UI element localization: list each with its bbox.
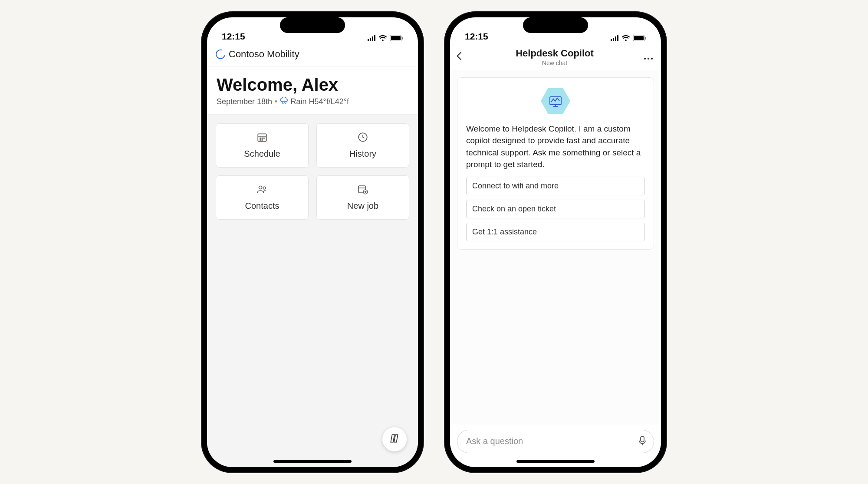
new-job-icon (357, 184, 369, 197)
svg-point-26 (651, 58, 653, 59)
chat-title-wrap: Helpdesk Copilot New chat (468, 48, 641, 66)
rain-icon (280, 97, 288, 106)
svg-point-9 (262, 138, 263, 138)
copilot-intro-card: Welcome to Helpdesk Copilot. I am a cust… (457, 77, 654, 250)
wifi-icon (621, 35, 630, 42)
svg-rect-2 (402, 37, 403, 40)
separator-dot: • (275, 97, 277, 106)
tile-contacts[interactable]: Contacts (216, 175, 309, 220)
notch (280, 17, 345, 33)
tile-schedule[interactable]: Schedule (216, 123, 309, 168)
back-button[interactable] (456, 51, 468, 63)
svg-point-8 (260, 138, 261, 138)
battery-icon (390, 35, 403, 41)
tile-label: Contacts (245, 201, 279, 211)
svg-rect-30 (641, 436, 644, 442)
svg-point-24 (644, 58, 646, 59)
tile-history[interactable]: History (316, 123, 409, 168)
copilot-logo (541, 86, 570, 116)
copilot-intro-text: Welcome to Helpdesk Copilot. I am a cust… (466, 123, 645, 171)
prompt-wifi[interactable]: Connect to wifi and more (466, 177, 645, 195)
welcome-subtitle: September 18th • Rain H54°f/L42°f (217, 97, 408, 106)
microphone-icon[interactable] (638, 435, 647, 448)
history-icon (357, 132, 368, 145)
svg-point-14 (259, 186, 262, 189)
status-time: 12:15 (222, 31, 245, 42)
hexagon-icon (541, 88, 570, 114)
svg-point-11 (260, 140, 261, 141)
svg-point-15 (263, 187, 266, 189)
status-icons (611, 35, 646, 42)
svg-line-4 (284, 102, 284, 104)
prompt-ticket[interactable]: Check on an open ticket (466, 200, 645, 218)
phone-frame-right: 12:15 Helpdesk Copilot New chat (445, 12, 666, 472)
wifi-icon (378, 35, 387, 42)
date-text: September 18th (217, 97, 272, 106)
svg-point-25 (648, 58, 649, 59)
chat-subtitle: New chat (468, 59, 641, 66)
tile-label: History (349, 149, 376, 159)
chat-text-field[interactable] (466, 436, 634, 446)
svg-rect-23 (645, 37, 646, 40)
screen-left: 12:15 Contoso Mobility Welcome, Alex Sep… (207, 17, 418, 467)
tile-new-job[interactable]: New job (316, 175, 409, 220)
prompt-label: Connect to wifi and more (472, 181, 559, 190)
chat-body: Welcome to Helpdesk Copilot. I am a cust… (450, 70, 661, 425)
contoso-logo-icon (214, 47, 227, 60)
screen-right: 12:15 Helpdesk Copilot New chat (450, 17, 661, 467)
cellular-icon (368, 35, 375, 41)
svg-line-5 (286, 102, 286, 104)
svg-line-3 (282, 102, 283, 104)
chat-title: Helpdesk Copilot (468, 48, 641, 59)
more-button[interactable] (641, 51, 653, 63)
welcome-block: Welcome, Alex September 18th • Rain H54°… (207, 66, 418, 115)
welcome-title: Welcome, Alex (217, 75, 408, 95)
tile-label: New job (347, 201, 378, 211)
status-icons (368, 35, 403, 42)
app-header: Contoso Mobility (207, 44, 418, 66)
copilot-fab[interactable] (382, 427, 407, 451)
phone-frame-left: 12:15 Contoso Mobility Welcome, Alex Sep… (202, 12, 423, 472)
copilot-icon (389, 433, 400, 446)
cellular-icon (611, 35, 618, 41)
prompt-assistance[interactable]: Get 1:1 assistance (466, 223, 645, 241)
calendar-icon (256, 132, 268, 145)
quick-actions-grid: Schedule History Contacts New job (207, 115, 418, 467)
status-time: 12:15 (465, 31, 488, 42)
svg-point-10 (263, 138, 264, 138)
prompt-label: Get 1:1 assistance (472, 227, 537, 236)
prompt-label: Check on an open ticket (472, 204, 556, 213)
weather-text: Rain H54°f/L42°f (290, 97, 349, 106)
chat-input[interactable] (457, 430, 654, 453)
home-indicator (516, 460, 595, 463)
svg-point-12 (262, 140, 263, 141)
battery-icon (633, 35, 646, 41)
tile-label: Schedule (244, 149, 280, 159)
notch (523, 17, 588, 33)
people-icon (256, 184, 268, 197)
home-indicator (273, 460, 352, 463)
chat-header: Helpdesk Copilot New chat (450, 44, 661, 70)
app-name: Contoso Mobility (229, 49, 299, 60)
svg-rect-1 (391, 36, 401, 40)
svg-rect-22 (634, 36, 644, 40)
